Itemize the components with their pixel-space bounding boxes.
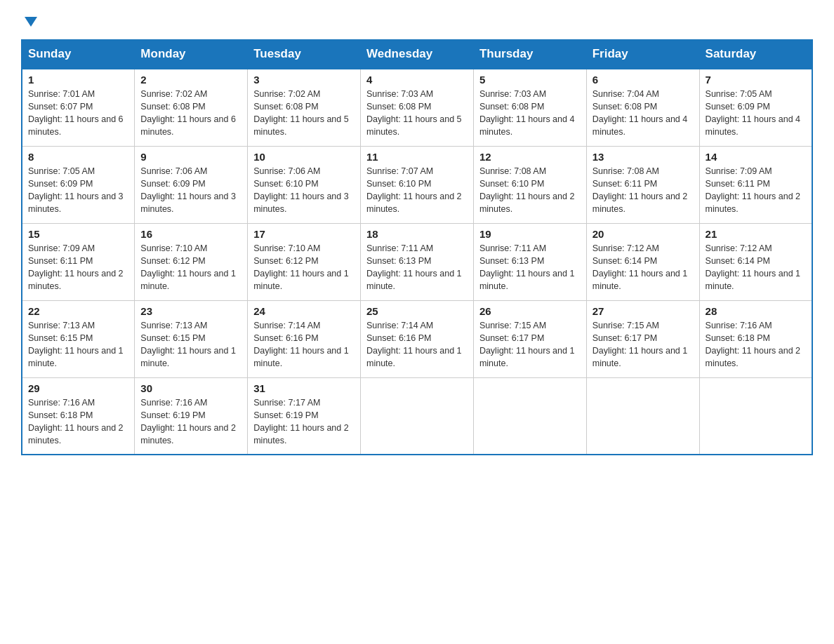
logo-arrow-icon [23, 14, 39, 29]
day-number: 13 [593, 151, 694, 163]
day-number: 7 [706, 74, 806, 86]
day-number: 27 [593, 305, 694, 317]
day-number: 1 [28, 74, 128, 86]
header-day-friday: Friday [586, 40, 699, 69]
day-number: 9 [140, 151, 241, 163]
day-number: 17 [253, 228, 355, 240]
day-info: Sunrise: 7:01 AMSunset: 6:07 PMDaylight:… [28, 89, 124, 137]
calendar-cell: 21 Sunrise: 7:12 AMSunset: 6:14 PMDaylig… [699, 223, 812, 300]
header-row: SundayMondayTuesdayWednesdayThursdayFrid… [22, 40, 812, 69]
header-day-wednesday: Wednesday [361, 40, 474, 69]
week-row-3: 15 Sunrise: 7:09 AMSunset: 6:11 PMDaylig… [22, 223, 812, 300]
calendar-cell: 17 Sunrise: 7:10 AMSunset: 6:12 PMDaylig… [248, 223, 361, 300]
day-info: Sunrise: 7:11 AMSunset: 6:13 PMDaylight:… [479, 243, 575, 291]
calendar-cell: 11 Sunrise: 7:07 AMSunset: 6:10 PMDaylig… [361, 146, 474, 223]
calendar-cell: 23 Sunrise: 7:13 AMSunset: 6:15 PMDaylig… [135, 300, 248, 377]
day-number: 5 [479, 74, 581, 86]
page-header [21, 14, 813, 27]
week-row-1: 1 Sunrise: 7:01 AMSunset: 6:07 PMDayligh… [22, 69, 812, 146]
day-number: 11 [366, 151, 468, 163]
week-row-5: 29 Sunrise: 7:16 AMSunset: 6:18 PMDaylig… [22, 377, 812, 455]
day-number: 19 [479, 228, 581, 240]
day-info: Sunrise: 7:04 AMSunset: 6:08 PMDaylight:… [593, 89, 688, 137]
calendar-cell [473, 377, 586, 455]
calendar-cell: 7 Sunrise: 7:05 AMSunset: 6:09 PMDayligh… [699, 69, 812, 146]
calendar-cell: 30 Sunrise: 7:16 AMSunset: 6:19 PMDaylig… [135, 377, 248, 455]
calendar-cell: 15 Sunrise: 7:09 AMSunset: 6:11 PMDaylig… [22, 223, 135, 300]
day-info: Sunrise: 7:05 AMSunset: 6:09 PMDaylight:… [28, 166, 124, 214]
calendar-cell: 4 Sunrise: 7:03 AMSunset: 6:08 PMDayligh… [361, 69, 474, 146]
day-info: Sunrise: 7:10 AMSunset: 6:12 PMDaylight:… [140, 243, 236, 291]
day-info: Sunrise: 7:14 AMSunset: 6:16 PMDaylight:… [253, 321, 349, 368]
header-day-saturday: Saturday [699, 40, 812, 69]
day-number: 28 [706, 305, 806, 317]
day-number: 26 [479, 305, 581, 317]
day-info: Sunrise: 7:06 AMSunset: 6:10 PMDaylight:… [253, 166, 349, 214]
calendar-table: SundayMondayTuesdayWednesdayThursdayFrid… [21, 39, 813, 455]
calendar-cell: 2 Sunrise: 7:02 AMSunset: 6:08 PMDayligh… [135, 69, 248, 146]
logo [21, 14, 39, 27]
calendar-cell: 26 Sunrise: 7:15 AMSunset: 6:17 PMDaylig… [473, 300, 586, 377]
calendar-cell: 19 Sunrise: 7:11 AMSunset: 6:13 PMDaylig… [473, 223, 586, 300]
calendar-body: 1 Sunrise: 7:01 AMSunset: 6:07 PMDayligh… [22, 69, 812, 455]
day-number: 23 [140, 305, 241, 317]
day-info: Sunrise: 7:17 AMSunset: 6:19 PMDaylight:… [253, 398, 349, 445]
calendar-cell [361, 377, 474, 455]
day-info: Sunrise: 7:06 AMSunset: 6:09 PMDaylight:… [140, 166, 236, 214]
day-number: 4 [366, 74, 468, 86]
day-number: 22 [28, 305, 128, 317]
day-info: Sunrise: 7:15 AMSunset: 6:17 PMDaylight:… [593, 321, 688, 368]
day-number: 30 [140, 382, 241, 394]
calendar-cell: 22 Sunrise: 7:13 AMSunset: 6:15 PMDaylig… [22, 300, 135, 377]
week-row-2: 8 Sunrise: 7:05 AMSunset: 6:09 PMDayligh… [22, 146, 812, 223]
calendar-cell [586, 377, 699, 455]
calendar-cell: 9 Sunrise: 7:06 AMSunset: 6:09 PMDayligh… [135, 146, 248, 223]
day-number: 21 [706, 228, 806, 240]
day-info: Sunrise: 7:02 AMSunset: 6:08 PMDaylight:… [253, 89, 349, 137]
day-number: 25 [366, 305, 468, 317]
calendar-cell: 1 Sunrise: 7:01 AMSunset: 6:07 PMDayligh… [22, 69, 135, 146]
day-info: Sunrise: 7:09 AMSunset: 6:11 PMDaylight:… [706, 166, 801, 214]
calendar-cell: 14 Sunrise: 7:09 AMSunset: 6:11 PMDaylig… [699, 146, 812, 223]
day-info: Sunrise: 7:16 AMSunset: 6:18 PMDaylight:… [28, 398, 124, 445]
day-info: Sunrise: 7:02 AMSunset: 6:08 PMDaylight:… [140, 89, 236, 137]
day-number: 2 [140, 74, 241, 86]
day-info: Sunrise: 7:16 AMSunset: 6:19 PMDaylight:… [140, 398, 236, 445]
header-day-tuesday: Tuesday [248, 40, 361, 69]
header-day-thursday: Thursday [473, 40, 586, 69]
day-info: Sunrise: 7:07 AMSunset: 6:10 PMDaylight:… [366, 166, 462, 214]
header-day-monday: Monday [135, 40, 248, 69]
calendar-cell [699, 377, 812, 455]
day-number: 3 [253, 74, 355, 86]
calendar-cell: 27 Sunrise: 7:15 AMSunset: 6:17 PMDaylig… [586, 300, 699, 377]
day-number: 6 [593, 74, 694, 86]
day-info: Sunrise: 7:03 AMSunset: 6:08 PMDaylight:… [479, 89, 575, 137]
day-number: 8 [28, 151, 128, 163]
calendar-cell: 16 Sunrise: 7:10 AMSunset: 6:12 PMDaylig… [135, 223, 248, 300]
calendar-cell: 18 Sunrise: 7:11 AMSunset: 6:13 PMDaylig… [361, 223, 474, 300]
day-info: Sunrise: 7:10 AMSunset: 6:12 PMDaylight:… [253, 243, 349, 291]
calendar-cell: 10 Sunrise: 7:06 AMSunset: 6:10 PMDaylig… [248, 146, 361, 223]
calendar-cell: 28 Sunrise: 7:16 AMSunset: 6:18 PMDaylig… [699, 300, 812, 377]
day-info: Sunrise: 7:08 AMSunset: 6:11 PMDaylight:… [593, 166, 688, 214]
calendar-cell: 25 Sunrise: 7:14 AMSunset: 6:16 PMDaylig… [361, 300, 474, 377]
day-number: 15 [28, 228, 128, 240]
calendar-cell: 8 Sunrise: 7:05 AMSunset: 6:09 PMDayligh… [22, 146, 135, 223]
day-info: Sunrise: 7:16 AMSunset: 6:18 PMDaylight:… [706, 321, 801, 368]
calendar-header: SundayMondayTuesdayWednesdayThursdayFrid… [22, 40, 812, 69]
calendar-cell: 3 Sunrise: 7:02 AMSunset: 6:08 PMDayligh… [248, 69, 361, 146]
day-info: Sunrise: 7:03 AMSunset: 6:08 PMDaylight:… [366, 89, 462, 137]
calendar-cell: 20 Sunrise: 7:12 AMSunset: 6:14 PMDaylig… [586, 223, 699, 300]
calendar-cell: 6 Sunrise: 7:04 AMSunset: 6:08 PMDayligh… [586, 69, 699, 146]
calendar-cell: 5 Sunrise: 7:03 AMSunset: 6:08 PMDayligh… [473, 69, 586, 146]
day-info: Sunrise: 7:08 AMSunset: 6:10 PMDaylight:… [479, 166, 575, 214]
day-number: 29 [28, 382, 128, 394]
day-number: 10 [253, 151, 355, 163]
day-info: Sunrise: 7:05 AMSunset: 6:09 PMDaylight:… [706, 89, 801, 137]
day-info: Sunrise: 7:12 AMSunset: 6:14 PMDaylight:… [706, 243, 801, 291]
week-row-4: 22 Sunrise: 7:13 AMSunset: 6:15 PMDaylig… [22, 300, 812, 377]
day-number: 24 [253, 305, 355, 317]
calendar-cell: 29 Sunrise: 7:16 AMSunset: 6:18 PMDaylig… [22, 377, 135, 455]
day-info: Sunrise: 7:14 AMSunset: 6:16 PMDaylight:… [366, 321, 462, 368]
calendar-cell: 31 Sunrise: 7:17 AMSunset: 6:19 PMDaylig… [248, 377, 361, 455]
